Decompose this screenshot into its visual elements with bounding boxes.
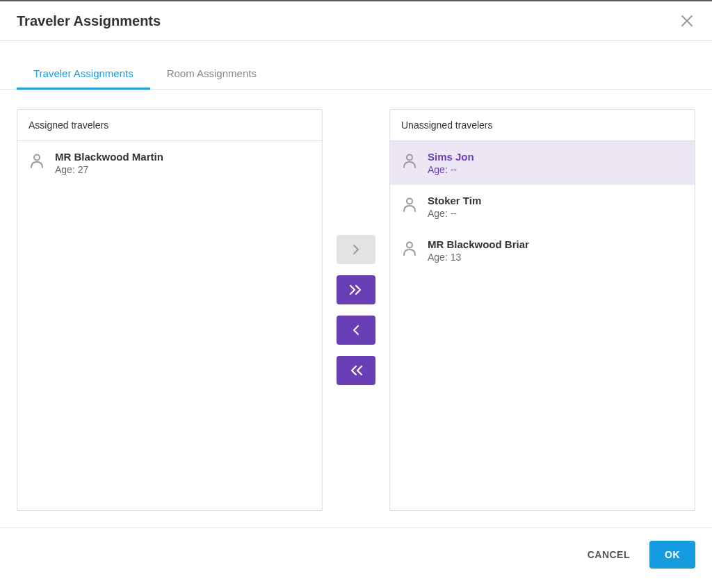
assigned-list: MR Blackwood Martin Age: 27 — [17, 141, 322, 510]
svg-point-0 — [34, 155, 40, 161]
person-icon — [401, 152, 418, 169]
close-icon — [681, 15, 693, 27]
move-right-button[interactable] — [337, 235, 375, 264]
traveler-name: Stoker Tim — [428, 195, 481, 206]
traveler-assignments-dialog: Traveler Assignments Traveler Assignment… — [0, 0, 712, 588]
traveler-name: MR Blackwood Martin — [55, 151, 163, 163]
transfer-controls — [334, 235, 378, 385]
traveler-row[interactable]: MR Blackwood Briar Age: 13 — [390, 229, 695, 272]
traveler-info: MR Blackwood Martin Age: 27 — [55, 151, 163, 175]
traveler-age: Age: -- — [428, 164, 474, 175]
person-icon — [401, 196, 418, 213]
double-chevron-left-icon — [349, 366, 363, 375]
dialog-header: Traveler Assignments — [0, 1, 712, 41]
chevron-left-icon — [351, 325, 361, 335]
traveler-age: Age: 27 — [55, 164, 163, 175]
traveler-name: Sims Jon — [428, 151, 474, 163]
move-all-right-button[interactable] — [337, 275, 375, 304]
content-area: Assigned travelers MR Blackwood Martin A… — [0, 90, 712, 528]
traveler-info: Stoker Tim Age: -- — [428, 195, 481, 219]
cancel-button[interactable]: CANCEL — [582, 542, 636, 567]
dialog-title: Traveler Assignments — [17, 13, 161, 29]
person-icon — [401, 240, 418, 256]
traveler-row[interactable]: MR Blackwood Martin Age: 27 — [17, 141, 322, 185]
unassigned-panel: Unassigned travelers Sims Jon Age: -- — [389, 109, 695, 511]
move-left-button[interactable] — [337, 316, 375, 345]
unassigned-panel-title: Unassigned travelers — [390, 110, 695, 141]
traveler-row[interactable]: Stoker Tim Age: -- — [390, 185, 695, 229]
traveler-age: Age: 13 — [428, 252, 529, 263]
dialog-footer: CANCEL OK — [0, 528, 712, 588]
traveler-info: MR Blackwood Briar Age: 13 — [428, 238, 529, 263]
assigned-panel-title: Assigned travelers — [17, 110, 322, 141]
tabs: Traveler Assignments Room Assignments — [0, 60, 712, 90]
chevron-right-icon — [351, 245, 361, 254]
traveler-age: Age: -- — [428, 208, 481, 219]
svg-point-3 — [407, 243, 412, 248]
assigned-panel: Assigned travelers MR Blackwood Martin A… — [17, 109, 323, 511]
unassigned-list: Sims Jon Age: -- Stoker Tim Age: -- — [390, 141, 695, 510]
traveler-info: Sims Jon Age: -- — [428, 151, 474, 175]
tab-traveler-assignments[interactable]: Traveler Assignments — [17, 60, 150, 90]
traveler-row[interactable]: Sims Jon Age: -- — [390, 141, 695, 185]
traveler-name: MR Blackwood Briar — [428, 238, 529, 250]
svg-point-2 — [407, 199, 412, 204]
move-all-left-button[interactable] — [337, 356, 375, 385]
double-chevron-right-icon — [349, 285, 363, 295]
svg-point-1 — [407, 155, 412, 161]
close-button[interactable] — [679, 13, 695, 29]
person-icon — [29, 152, 45, 169]
tab-room-assignments[interactable]: Room Assignments — [150, 60, 273, 90]
ok-button[interactable]: OK — [649, 541, 695, 569]
